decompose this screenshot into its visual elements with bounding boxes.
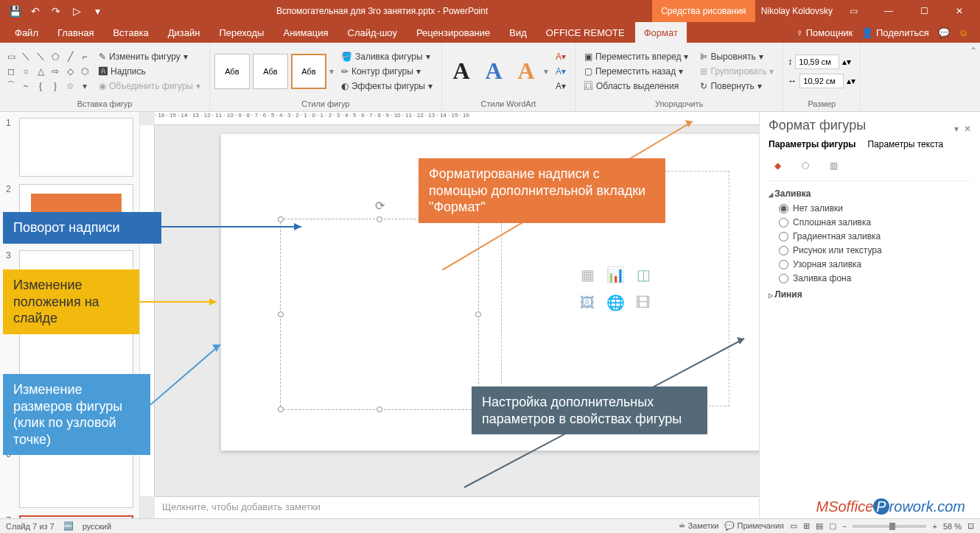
thumbnail-1[interactable] — [19, 118, 133, 177]
effects-icon[interactable]: ⬠ — [797, 157, 814, 174]
tab-slideshow[interactable]: Слайд-шоу — [339, 22, 406, 43]
radio-pattern-fill[interactable]: Узорная заливка — [779, 259, 971, 269]
height-icon: ↕ — [788, 57, 792, 67]
redo-icon[interactable]: ↷ — [47, 2, 65, 20]
tab-file[interactable]: Файл — [6, 22, 47, 43]
shape-options-tab[interactable]: Параметры фигуры — [769, 139, 855, 149]
start-icon[interactable]: ▷ — [68, 2, 85, 20]
radio-picture-fill[interactable]: Рисунок или текстура — [779, 245, 971, 255]
width-input[interactable] — [799, 74, 844, 88]
merge-shapes-button: ◉ Объединить фигуры ▾ — [94, 80, 205, 93]
normal-view-icon[interactable]: ▭ — [790, 521, 797, 531]
wordart-2[interactable]: А — [479, 57, 508, 86]
shape-style-2[interactable]: Абв — [253, 54, 288, 89]
shape-outline-button[interactable]: ✏ Контур фигуры ▾ — [337, 65, 437, 78]
zoom-level[interactable]: 58 % — [943, 522, 962, 531]
fill-section-header[interactable]: Заливка — [769, 188, 971, 199]
radio-slide-bg-fill[interactable]: Заливка фона — [779, 273, 971, 283]
wordart-more-icon[interactable]: ▾ — [544, 66, 548, 77]
zoom-slider[interactable] — [853, 525, 926, 528]
pane-close-icon[interactable]: ✕ — [964, 124, 971, 134]
notes-button[interactable]: ≐ Заметки — [679, 521, 718, 531]
edit-shape-button[interactable]: ✎ Изменить фигуру ▾ — [94, 50, 205, 63]
tab-home[interactable]: Главная — [49, 22, 102, 43]
wordart-3[interactable]: А — [511, 57, 541, 86]
send-backward-button[interactable]: ▢ Переместить назад ▾ — [580, 65, 693, 78]
callout-properties: Настройка дополнительных параметров в св… — [472, 386, 707, 434]
size-props-icon[interactable]: ▥ — [825, 157, 842, 174]
tab-office-remote[interactable]: OFFICE REMOTE — [537, 22, 634, 43]
user-name[interactable]: Nikolay Koldovsky — [761, 6, 833, 16]
textbox-button[interactable]: 🅰 Надпись — [94, 65, 205, 78]
reading-view-icon[interactable]: ▤ — [816, 521, 823, 531]
table-icon[interactable]: ▦ — [575, 263, 599, 286]
tell-me[interactable]: ♀ Помощник — [796, 27, 853, 38]
qat-more-icon[interactable]: ▾ — [88, 2, 106, 20]
chart-icon[interactable]: 📊 — [603, 263, 627, 286]
smiley-icon[interactable]: ☺ — [959, 27, 968, 38]
zoom-out-icon[interactable]: − — [842, 522, 847, 531]
video-icon[interactable]: 🎞 — [631, 291, 655, 314]
rotate-button[interactable]: ↻ Повернуть ▾ — [696, 80, 778, 93]
selection-pane-button[interactable]: ⿴ Область выделения — [580, 80, 693, 93]
line-section-header[interactable]: Линия — [769, 289, 971, 300]
ribbon-tabs: Файл Главная Вставка Дизайн Переходы Ани… — [0, 22, 980, 43]
tab-insert[interactable]: Вставка — [104, 22, 157, 43]
comments-button[interactable]: 💬 Примечания — [724, 521, 784, 531]
shape-fill-button[interactable]: 🪣 Заливка фигуры ▾ — [337, 50, 437, 63]
shapes-gallery[interactable]: ▭＼＼⬠╱⌐ ◻○△⇨◇⬡ ⌒~{}☆▾ — [4, 50, 91, 93]
radio-solid-fill[interactable]: Сплошная заливка — [779, 217, 971, 227]
thumbnail-7[interactable] — [19, 515, 133, 518]
shape-effects-button[interactable]: ◐ Эффекты фигуры ▾ — [337, 80, 437, 93]
sorter-view-icon[interactable]: ⊞ — [803, 521, 810, 531]
drawing-tools-tab[interactable]: Средства рисования — [652, 0, 755, 22]
text-fill-button[interactable]: A▾ — [551, 50, 570, 63]
title-bar: 💾 ↶ ↷ ▷ ▾ Вспомогательная для 3го заняти… — [0, 0, 980, 22]
undo-icon[interactable]: ↶ — [27, 2, 44, 20]
picture-icon[interactable]: 🖼 — [575, 291, 599, 314]
wordart-1[interactable]: А — [447, 57, 476, 86]
close-icon[interactable]: ✕ — [945, 0, 974, 22]
collapse-ribbon-icon[interactable]: ⌃ — [967, 43, 980, 111]
group-arrange: Упорядочить — [580, 98, 778, 110]
minimize-icon[interactable]: — — [874, 0, 903, 22]
share-button[interactable]: 👤 Поделиться — [861, 27, 928, 38]
shape-style-3[interactable]: Абв — [291, 54, 326, 89]
shape-style-1[interactable]: Абв — [214, 54, 250, 89]
ribbon-display-icon[interactable]: ▭ — [839, 0, 868, 22]
radio-gradient-fill[interactable]: Градиентная заливка — [779, 231, 971, 241]
slide-counter[interactable]: Слайд 7 из 7 — [6, 522, 55, 531]
text-outline-button[interactable]: A▾ — [551, 65, 570, 78]
save-icon[interactable]: 💾 — [6, 2, 24, 20]
tab-animations[interactable]: Анимация — [274, 22, 337, 43]
comments-icon[interactable]: 💬 — [938, 27, 950, 38]
tab-design[interactable]: Дизайн — [159, 22, 209, 43]
height-input[interactable] — [795, 54, 839, 69]
fit-slide-icon[interactable]: ⊡ — [967, 521, 974, 531]
smartart-icon[interactable]: ◫ — [631, 263, 655, 286]
styles-more-icon[interactable]: ▾ — [329, 66, 334, 77]
tab-transitions[interactable]: Переходы — [210, 22, 273, 43]
language-indicator[interactable]: русский — [83, 522, 111, 531]
thumbnail-6[interactable] — [19, 449, 133, 508]
online-pic-icon[interactable]: 🌐 — [603, 291, 627, 314]
format-shape-pane: Формат фигуры ▾ ✕ Параметры фигуры Парам… — [759, 112, 980, 518]
notes-pane[interactable]: Щелкните, чтобы добавить заметки — [155, 496, 759, 518]
rotation-handle-icon[interactable]: ⟳ — [375, 199, 385, 213]
fill-line-icon[interactable]: ◆ — [769, 157, 786, 174]
pane-menu-icon[interactable]: ▾ — [954, 124, 959, 134]
maximize-icon[interactable]: ☐ — [909, 0, 939, 22]
text-options-tab[interactable]: Параметры текста — [867, 139, 943, 149]
tab-format[interactable]: Формат — [635, 22, 687, 43]
text-effects-button[interactable]: A▾ — [551, 80, 570, 93]
watermark: MSofficeProwork.com — [816, 498, 965, 515]
spellcheck-icon[interactable]: 🔤 — [63, 521, 74, 531]
zoom-in-icon[interactable]: + — [932, 522, 937, 531]
tab-view[interactable]: Вид — [500, 22, 536, 43]
slideshow-view-icon[interactable]: ▢ — [829, 521, 836, 531]
radio-no-fill[interactable]: Нет заливки — [779, 203, 971, 213]
bring-forward-button[interactable]: ▣ Переместить вперед ▾ — [580, 50, 693, 63]
selected-textbox[interactable]: ⟳ — [280, 219, 479, 410]
align-button[interactable]: ⊫ Выровнять ▾ — [696, 50, 778, 63]
tab-review[interactable]: Рецензирование — [407, 22, 499, 43]
